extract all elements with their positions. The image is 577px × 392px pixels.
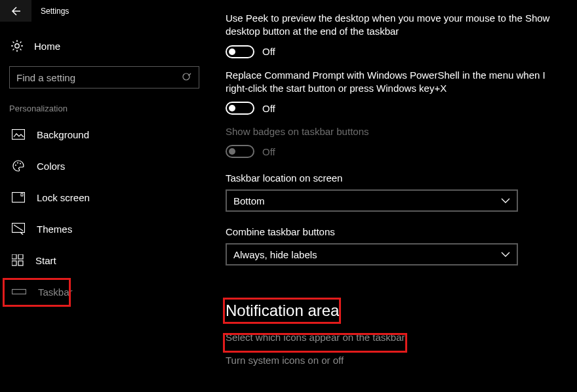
search-input[interactable] xyxy=(16,72,161,83)
setting-peek-text: Use Peek to preview the desktop when you… xyxy=(226,12,563,39)
svg-point-1 xyxy=(183,73,189,80)
combine-buttons-label: Combine taskbar buttons xyxy=(226,226,563,237)
dropdown-value: Bottom xyxy=(233,195,265,206)
svg-rect-12 xyxy=(18,254,23,259)
sidebar-item-label: Themes xyxy=(37,224,72,235)
link-system-icons[interactable]: Turn system icons on or off xyxy=(226,355,563,366)
sidebar-item-label: Colors xyxy=(37,161,65,172)
dropdown-value: Always, hide labels xyxy=(233,249,317,260)
nav-home-label: Home xyxy=(34,41,60,52)
toggle-powershell[interactable] xyxy=(226,102,254,115)
sidebar-item-themes[interactable]: Themes xyxy=(0,213,209,245)
sidebar-item-label: Start xyxy=(35,255,56,266)
sidebar-item-label: Lock screen xyxy=(37,192,90,203)
sidebar-item-label: Taskbar xyxy=(38,286,73,298)
toggle-badges-state: Off xyxy=(262,146,275,157)
svg-point-0 xyxy=(15,44,19,48)
toggle-peek[interactable] xyxy=(226,45,254,58)
sidebar-item-background[interactable]: Background xyxy=(0,119,209,150)
svg-rect-8 xyxy=(21,193,23,196)
start-icon xyxy=(12,254,24,266)
search-icon xyxy=(182,72,192,83)
combine-buttons-dropdown[interactable]: Always, hide labels xyxy=(226,243,518,265)
chevron-down-icon xyxy=(501,251,510,258)
svg-rect-14 xyxy=(18,261,23,265)
notification-area-heading: Notification area xyxy=(226,302,563,320)
sidebar-item-colors[interactable]: Colors xyxy=(0,150,209,182)
svg-rect-15 xyxy=(12,290,26,294)
taskbar-location-label: Taskbar location on screen xyxy=(226,172,563,184)
link-select-icons[interactable]: Select which icons appear on the taskbar xyxy=(226,332,563,343)
chevron-down-icon xyxy=(501,197,510,204)
toggle-peek-state: Off xyxy=(262,46,275,57)
svg-rect-13 xyxy=(12,261,16,265)
svg-rect-11 xyxy=(12,254,16,259)
picture-icon xyxy=(12,129,25,140)
palette-icon xyxy=(12,159,25,172)
svg-point-4 xyxy=(15,165,16,166)
sidebar-item-start[interactable]: Start xyxy=(0,245,209,276)
nav-home[interactable]: Home xyxy=(0,33,209,59)
taskbar-location-dropdown[interactable]: Bottom xyxy=(226,189,518,212)
toggle-badges xyxy=(226,145,254,158)
svg-rect-3 xyxy=(12,130,25,140)
search-input-container[interactable] xyxy=(9,66,199,88)
back-button[interactable] xyxy=(0,0,31,22)
sidebar-item-label: Background xyxy=(37,129,89,140)
arrow-left-icon xyxy=(10,5,22,17)
sidebar: Home Personalization Background Colors L… xyxy=(0,22,209,392)
taskbar-icon xyxy=(12,288,26,296)
themes-icon xyxy=(12,223,25,235)
app-title: Settings xyxy=(41,7,69,16)
setting-powershell-text: Replace Command Prompt with Windows Powe… xyxy=(226,69,563,96)
setting-badges-text: Show badges on taskbar buttons xyxy=(226,125,563,138)
svg-line-10 xyxy=(14,225,23,231)
svg-point-6 xyxy=(20,163,21,165)
toggle-powershell-state: Off xyxy=(262,103,275,114)
sidebar-item-lockscreen[interactable]: Lock screen xyxy=(0,182,209,213)
gear-icon xyxy=(10,39,24,52)
sidebar-item-taskbar[interactable]: Taskbar xyxy=(0,276,209,307)
svg-point-5 xyxy=(17,163,18,164)
lockscreen-icon xyxy=(12,192,25,203)
sidebar-section-title: Personalization xyxy=(9,104,209,113)
content-pane: Use Peek to preview the desktop when you… xyxy=(209,22,577,392)
